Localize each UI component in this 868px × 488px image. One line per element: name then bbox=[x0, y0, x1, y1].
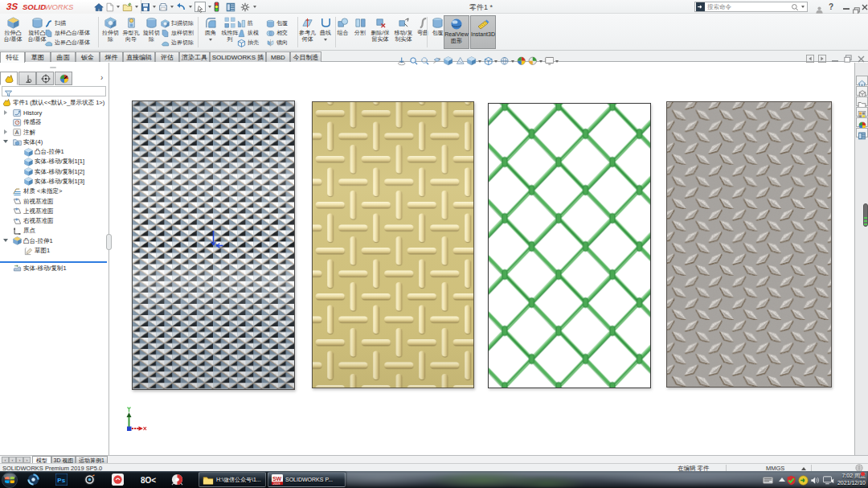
svg-text:SOLID: SOLID bbox=[23, 2, 46, 11]
svg-text:2019: 2019 bbox=[273, 481, 280, 485]
svg-text:8O<: 8O< bbox=[141, 476, 156, 485]
svg-text:A: A bbox=[15, 129, 19, 135]
svg-text:3S: 3S bbox=[6, 2, 19, 12]
svg-text:WORKS: WORKS bbox=[45, 2, 75, 11]
svg-text:Ps: Ps bbox=[57, 477, 65, 484]
svg-text:SW: SW bbox=[272, 475, 282, 481]
